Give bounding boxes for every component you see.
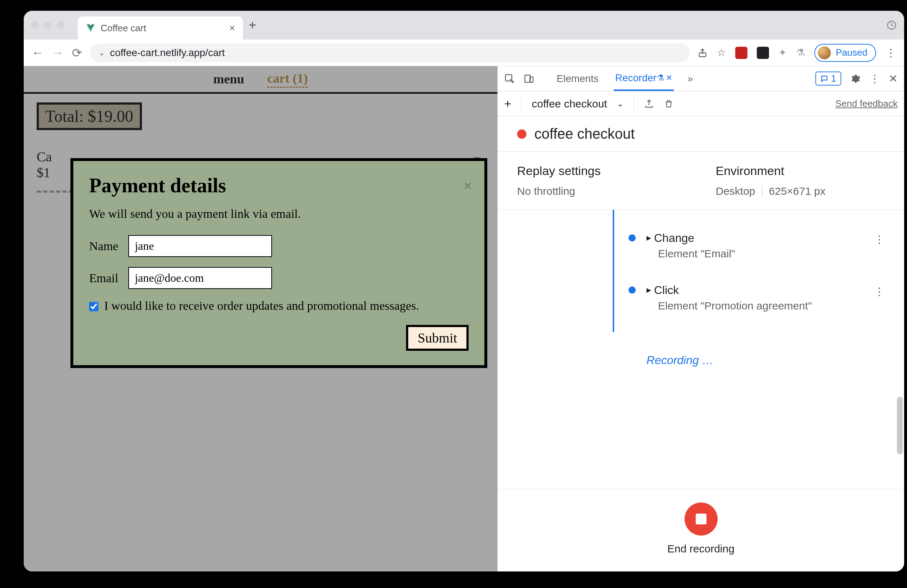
promo-label: I would like to receive order updates an… [104,299,419,313]
new-tab-button[interactable]: + [249,18,256,33]
tab-title: Coffee cart [101,22,146,34]
back-button[interactable]: ← [32,46,44,60]
step-item[interactable]: ⋮ ▸Click Element "Promotion agreement" [623,276,885,328]
delete-icon[interactable] [664,99,673,109]
forward-button[interactable]: → [52,46,64,60]
recording-name: coffee checkout [532,98,607,110]
recording-dot-icon [517,130,526,139]
profile-status: Paused [836,47,867,58]
issues-count: 1 [831,73,836,84]
expand-caret-icon[interactable]: ▸ [646,284,651,295]
submit-button[interactable]: Submit [406,325,469,351]
extension-icon[interactable] [735,47,747,59]
extension-icon[interactable] [757,47,769,59]
environment-device: Desktop [715,185,755,197]
expand-caret-icon[interactable]: ▸ [646,232,651,244]
share-icon[interactable] [697,48,708,58]
recorder-header: coffee checkout [498,117,904,152]
end-recording-label: End recording [667,543,734,555]
tab-close-icon[interactable]: ✕ [666,73,672,83]
recording-status: Recording … [646,354,885,367]
bookmark-star-icon[interactable]: ☆ [717,47,726,59]
promo-checkbox[interactable] [89,302,98,311]
send-feedback-link[interactable]: Send feedback [835,98,897,109]
browser-menu-icon[interactable]: ⋮ [885,46,896,59]
more-tabs-icon[interactable]: » [687,73,693,85]
replay-settings-heading: Replay settings [517,164,601,178]
devtools-menu-icon[interactable]: ⋮ [869,72,880,85]
step-title: Click [654,284,679,296]
recorder-settings-row: Replay settings No throttling Environmen… [498,152,904,210]
payment-modal: × Payment details We will send you a pay… [71,158,487,368]
devtools-tab-elements[interactable]: Elements [555,66,600,91]
extensions-puzzle-icon[interactable]: ✦ [778,47,787,59]
browser-window: Coffee cart × + ← → ⟳ ⌄ coffee-cart.netl… [24,11,904,572]
devtools-tab-bar: Elements Recorder ⚗ ✕ » 1 [498,66,904,91]
device-toggle-icon[interactable] [524,73,534,84]
avatar [818,46,831,59]
replay-settings-value[interactable]: No throttling [517,185,601,197]
new-recording-icon[interactable]: + [504,97,511,111]
browser-tab[interactable]: Coffee cart × [78,16,243,40]
issues-badge[interactable]: 1 [816,72,841,85]
recording-dropdown-icon[interactable]: ⌄ [617,99,623,109]
environment-heading: Environment [715,164,825,178]
modal-close-button[interactable]: × [463,177,472,195]
recorder-footer: End recording [498,489,904,572]
scrollbar-thumb[interactable] [897,397,903,454]
step-dot-icon [628,287,636,294]
recorder-toolbar: + coffee checkout ⌄ Send feedback [498,91,904,117]
settings-gear-icon[interactable] [850,73,861,84]
devtools-close-icon[interactable]: ✕ [889,72,897,85]
reload-button[interactable]: ⟳ [72,46,82,60]
inspect-icon[interactable] [504,73,515,84]
step-dot-icon [628,234,636,242]
devtools-tab-recorder[interactable]: Recorder ⚗ ✕ [614,66,674,91]
step-subtitle: Element "Email" [646,248,885,260]
profile-button[interactable]: Paused [814,44,876,62]
name-label: Name [89,239,118,253]
labs-flask-icon[interactable]: ⚗ [796,47,805,59]
stop-icon [696,514,707,524]
content-split: menu cart (1) Total: $19.00 Ca $1 00 x [24,66,904,572]
step-item[interactable]: ⋮ ▸Change Element "Email" [623,224,885,276]
tab-close-icon[interactable]: × [229,22,235,34]
devtools-panel: Elements Recorder ⚗ ✕ » 1 [497,66,904,572]
step-menu-icon[interactable]: ⋮ [874,285,885,298]
site-info-icon[interactable]: ⌄ [98,48,105,58]
steps-rail [613,210,614,332]
step-subtitle: Element "Promotion agreement" [646,300,885,312]
experiment-flask-icon: ⚗ [657,73,665,83]
name-input[interactable] [128,235,272,257]
recorder-title: coffee checkout [534,126,635,142]
window-traffic-lights[interactable] [31,21,65,29]
export-icon[interactable] [644,99,654,109]
vue-icon [85,23,96,33]
step-title: Change [654,231,694,244]
url-field[interactable]: ⌄ coffee-cart.netlify.app/cart [90,43,690,62]
page-pane: menu cart (1) Total: $19.00 Ca $1 00 x [24,66,497,572]
modal-subtitle: We will send you a payment link via emai… [89,207,469,221]
email-label: Email [89,271,118,285]
url-text: coffee-cart.netlify.app/cart [110,47,225,59]
modal-title: Payment details [89,174,469,197]
recorder-steps: ⋮ ▸Change Element "Email" ⋮ ▸Click Eleme… [498,210,904,489]
address-bar: ← → ⟳ ⌄ coffee-cart.netlify.app/cart ☆ ✦… [24,40,904,66]
browser-tab-strip: Coffee cart × + [24,11,904,40]
email-input[interactable] [128,267,272,289]
end-recording-button[interactable] [684,503,718,535]
environment-size: 625×671 px [769,185,826,197]
tab-search-icon[interactable] [886,20,897,30]
step-menu-icon[interactable]: ⋮ [874,233,885,245]
